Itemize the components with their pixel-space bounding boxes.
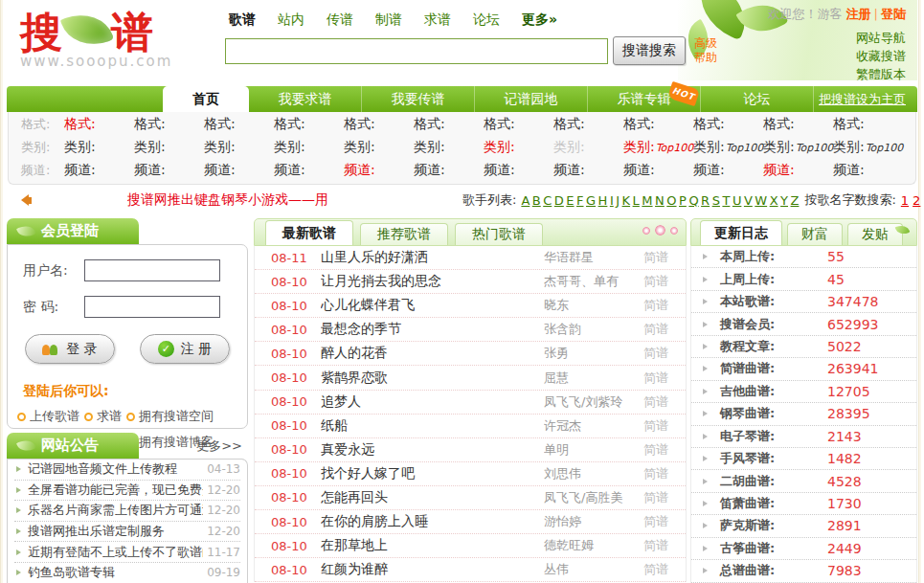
ticker-message[interactable]: 搜谱网推出键盘钢琴小游戏——用 [127,191,462,209]
category-link[interactable]: 格式: [833,116,903,133]
category-link[interactable]: 频道: [204,162,274,179]
song-title-link[interactable]: 山里人乐的好潇洒 [321,249,544,266]
song-artist-link[interactable]: 凤飞飞/刘紫玲 [544,393,643,411]
main-tab[interactable]: 我要传谱 HOT [362,86,475,112]
singer-letter-link[interactable]: I [610,193,614,208]
song-type-link[interactable]: 简谱 [643,297,686,314]
announcement-link[interactable]: 近期有登陆不上或上传不了歌谱的请 [28,544,203,561]
singer-letter-link[interactable]: Q [688,193,698,208]
top-nav-item[interactable]: 论坛 [473,11,500,29]
category-link[interactable]: 类别: [414,139,484,156]
category-link[interactable]: 频道: [693,162,763,179]
category-link[interactable]: 类别:Top100 [763,139,833,156]
song-artist-link[interactable]: 张勇 [544,345,643,362]
song-artist-link[interactable]: 单明 [544,441,643,459]
category-link[interactable]: 类别: [344,139,414,156]
song-title-link[interactable]: 在你的肩膀上入睡 [321,513,544,530]
announcements-more-link[interactable]: 更多>> [196,437,248,459]
register-link[interactable]: 注册 [846,7,871,21]
singer-letter-link[interactable]: H [598,193,608,208]
song-title-link[interactable]: 红颜为谁醉 [321,561,544,578]
category-link[interactable]: 类别: [134,139,204,156]
song-artist-link[interactable]: 屈慧 [544,370,643,387]
song-artist-link[interactable]: 凤飞飞/高胜美 [544,489,643,506]
singer-letter-link[interactable]: L [633,193,640,208]
announcement-row[interactable]: 乐器名片商家需上传图片方可通过审 12-20 [14,501,240,522]
login-link[interactable]: 登陆 [881,7,906,21]
announcement-row[interactable]: 全屏看谱功能已完善，现已免费开放 12-20 [14,481,240,502]
announcement-row[interactable]: 钓鱼岛歌谱专辑 09-19 [14,563,240,583]
song-artist-link[interactable]: 杰哥哥、单有 [544,273,643,290]
category-link[interactable]: 格式: [693,116,763,133]
song-type-link[interactable]: 简谱 [643,393,686,411]
category-link[interactable]: 类别: [553,139,623,156]
category-link[interactable]: 频道: [414,162,484,179]
site-logo[interactable]: 搜 谱 www.sooopu.com [20,8,172,70]
category-link[interactable]: 类别:Top100 [623,139,693,156]
singer-letter-link[interactable]: O [666,193,676,208]
password-field[interactable] [84,296,220,318]
announcement-row[interactable]: 记谱园地音频文件上传教程 04-13 [14,460,240,481]
singer-letter-link[interactable]: S [712,193,720,208]
category-link[interactable]: 频道: [553,162,623,179]
song-type-link[interactable]: 简谱 [643,321,686,338]
category-link[interactable]: 频道: [623,162,693,179]
register-button[interactable]: ✓ 注 册 [140,334,230,364]
singer-letter-link[interactable]: J [616,193,620,208]
count-number-link[interactable]: 2 [913,193,920,208]
singer-letter-link[interactable]: R [701,193,710,208]
announcement-link[interactable]: 全屏看谱功能已完善，现已免费开放 [28,482,203,499]
login-button[interactable]: 登 录 [25,334,115,364]
song-title-link[interactable]: 最想念的季节 [321,321,544,338]
singer-letter-link[interactable]: B [532,193,541,208]
category-link[interactable]: 格式: [204,116,274,133]
song-type-link[interactable]: 简谱 [643,345,686,362]
singer-letter-link[interactable]: Z [791,193,800,208]
song-tab[interactable]: 最新歌谱 [265,220,353,245]
search-help-link[interactable]: 高级 [694,36,717,51]
quick-link[interactable]: 网站导航 [856,29,906,47]
song-type-link[interactable]: 简谱 [643,561,686,578]
category-link[interactable]: 频道: [833,162,903,179]
category-link[interactable]: 类别: [274,139,344,156]
top-nav-item[interactable]: 制谱 [375,11,402,29]
song-type-link[interactable]: 简谱 [643,370,686,387]
set-homepage-link[interactable]: 把搜谱设为主页 [819,91,917,108]
song-artist-link[interactable]: 晓东 [544,297,643,314]
singer-letter-link[interactable]: C [543,193,552,208]
top-nav-item[interactable]: 传谱 [327,11,353,29]
main-tab[interactable]: 乐谱专辑 HOT [588,86,701,112]
main-tab[interactable]: 我要求谱 HOT [249,86,362,112]
category-link[interactable]: 频道: [763,162,833,179]
perk-link[interactable]: 求谱 [84,408,122,425]
announcement-row[interactable]: 搜谱网推出乐谱定制服务 12-20 [14,522,240,543]
category-link[interactable]: 类别: [204,139,274,156]
song-artist-link[interactable]: 张含韵 [544,321,643,338]
count-number-link[interactable]: 1 [901,193,909,208]
perk-link[interactable]: 上传歌谱 [17,408,79,425]
singer-letter-link[interactable]: X [770,193,778,208]
username-field[interactable] [84,259,220,281]
category-link[interactable]: 类别: [64,139,134,156]
singer-letter-link[interactable]: G [586,193,596,208]
song-artist-link[interactable]: 许冠杰 [544,417,643,435]
search-help-link[interactable]: 帮助 [694,51,717,65]
singer-letter-link[interactable]: V [744,193,753,208]
category-link[interactable]: 格式: [553,116,623,133]
song-tab[interactable]: 热门歌谱 [455,223,543,245]
announcement-row[interactable]: 近期有登陆不上或上传不了歌谱的请 11-17 [14,542,240,563]
announcement-link[interactable]: 搜谱网推出乐谱定制服务 [28,523,203,540]
song-type-link[interactable]: 简谱 [643,273,686,290]
category-link[interactable]: 格式: [134,116,204,133]
song-type-link[interactable]: 简谱 [643,513,686,530]
song-artist-link[interactable]: 华语群星 [544,249,643,266]
song-title-link[interactable]: 纸船 [321,417,544,435]
category-link[interactable]: 类别: [484,139,553,156]
category-link[interactable]: 格式: [623,116,693,133]
main-tab[interactable]: 记谱园地 HOT [475,86,588,112]
top-nav-item[interactable]: 求谱 [424,11,451,29]
announcement-link[interactable]: 钓鱼岛歌谱专辑 [28,564,203,581]
perk-link[interactable]: 拥有搜谱空间 [126,408,214,425]
top-nav-item[interactable]: 歌谱 [229,11,256,29]
song-artist-link[interactable]: 德乾旺姆 [544,537,643,554]
